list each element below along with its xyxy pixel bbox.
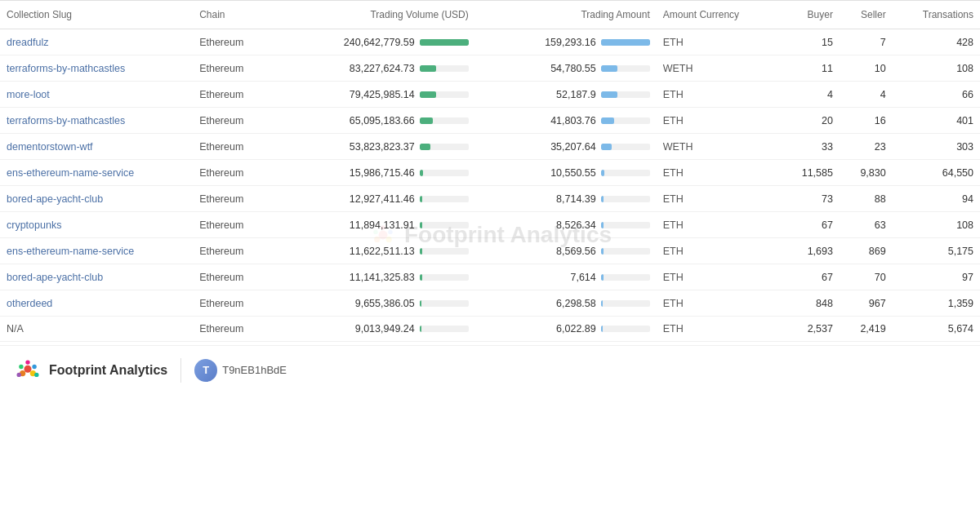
cell-chain: Ethereum [193,212,271,238]
svg-point-11 [25,360,29,364]
table-row: otherdeedEthereum 9,655,386.05 6,298.58 … [0,290,980,317]
cell-volume: 9,655,386.05 [271,290,474,317]
amount-bar-container [601,274,650,281]
cell-seller: 63 [840,212,893,238]
volume-bar-container [420,65,469,72]
cell-transactions: 64,550 [893,160,980,186]
cell-buyer: 15 [779,29,840,55]
amount-bar-container [601,65,650,72]
cell-volume: 240,642,779.59 [271,29,474,55]
cell-collection: cryptopunks [0,212,193,238]
cell-seller: 967 [840,290,893,317]
footer-logo: Footprint Analytics [13,356,167,385]
amount-bar-container [601,91,650,98]
volume-bar-container [420,117,469,124]
cell-volume: 11,622,511.13 [271,238,474,264]
amount-number: 8,526.34 [531,219,596,231]
cell-buyer: 11,585 [779,160,840,186]
cell-volume: 9,013,949.24 [271,317,474,342]
cell-chain: Ethereum [193,29,271,55]
amount-number: 6,022.89 [531,323,596,335]
table-row: bored-ape-yacht-clubEthereum 12,927,411.… [0,186,980,212]
cell-amount: 35,207.64 [475,134,657,160]
collection-link[interactable]: bored-ape-yacht-club [7,193,103,205]
amount-bar-container [601,300,650,307]
collection-link[interactable]: dreadfulz [7,37,48,48]
table-row: cryptopunksEthereum 11,894,131.91 8,526.… [0,212,980,238]
collection-link[interactable]: more-loot [7,89,50,100]
cell-chain: Ethereum [193,108,271,134]
amount-number: 159,293.16 [531,37,596,48]
cell-currency: ETH [657,264,779,290]
cell-buyer: 67 [779,212,840,238]
cell-seller: 7 [840,29,893,55]
svg-point-9 [19,364,23,368]
cell-currency: ETH [657,29,779,55]
cell-amount: 6,298.58 [475,290,657,317]
volume-number: 11,894,131.91 [333,219,415,231]
cell-collection: terraforms-by-mathcastles [0,108,193,134]
volume-bar-container [420,248,469,255]
cell-collection: ens-ethereum-name-service [0,160,193,186]
cell-amount: 6,022.89 [475,317,657,342]
cell-currency: ETH [657,317,779,342]
collection-link[interactable]: ens-ethereum-name-service [7,167,134,179]
cell-amount: 8,714.39 [475,186,657,212]
amount-bar [601,117,614,124]
volume-bar [420,326,421,332]
cell-seller: 16 [840,108,893,134]
footer-logo-text: Footprint Analytics [49,363,167,378]
cell-collection: dreadfulz [0,29,193,55]
collection-link[interactable]: terraforms-by-mathcastles [7,115,125,126]
collection-link[interactable]: terraforms-by-mathcastles [7,63,125,74]
volume-bar-container [420,196,469,202]
collection-link[interactable]: otherdeed [7,298,52,309]
cell-seller: 869 [840,238,893,264]
amount-bar [601,65,617,72]
cell-volume: 83,227,624.73 [271,55,474,82]
col-header-seller: Seller [840,1,893,29]
cell-collection: terraforms-by-mathcastles [0,55,193,82]
cell-transactions: 108 [893,55,980,82]
cell-currency: ETH [657,186,779,212]
collection-link[interactable]: ens-ethereum-name-service [7,246,134,257]
volume-bar-container [420,326,469,332]
cell-volume: 12,927,411.46 [271,186,474,212]
cell-seller: 23 [840,134,893,160]
cell-volume: 15,986,715.46 [271,160,474,186]
amount-number: 7,614 [531,272,596,283]
cell-chain: Ethereum [193,55,271,82]
amount-bar-container [601,39,650,46]
cell-transactions: 108 [893,212,980,238]
cell-seller: 10 [840,55,893,82]
cell-transactions: 66 [893,82,980,108]
cell-transactions: 303 [893,134,980,160]
collection-link[interactable]: cryptopunks [7,219,61,231]
volume-number: 9,013,949.24 [333,323,415,335]
footer-divider [180,358,181,383]
cell-amount: 159,293.16 [475,29,657,55]
cell-chain: Ethereum [193,238,271,264]
volume-number: 9,655,386.05 [333,298,415,309]
cell-collection: bored-ape-yacht-club [0,186,193,212]
cell-buyer: 11 [779,55,840,82]
volume-bar [420,196,422,202]
volume-bar-container [420,39,469,46]
cell-seller: 70 [840,264,893,290]
collection-link[interactable]: dementorstown-wtf [7,141,93,153]
amount-number: 41,803.76 [531,115,596,126]
col-header-currency: Amount Currency [657,1,779,29]
cell-amount: 52,187.9 [475,82,657,108]
amount-bar-container [601,196,650,202]
svg-point-6 [24,365,32,372]
volume-bar-container [420,274,469,281]
cell-transactions: 5,674 [893,317,980,342]
cell-buyer: 1,693 [779,238,840,264]
token-text: T9nEB1hBdE [222,364,287,376]
collection-link[interactable]: bored-ape-yacht-club [7,272,103,283]
cell-currency: ETH [657,160,779,186]
volume-number: 15,986,715.46 [333,167,415,179]
volume-bar [420,300,421,307]
cell-buyer: 2,537 [779,317,840,342]
volume-bar [420,117,433,124]
